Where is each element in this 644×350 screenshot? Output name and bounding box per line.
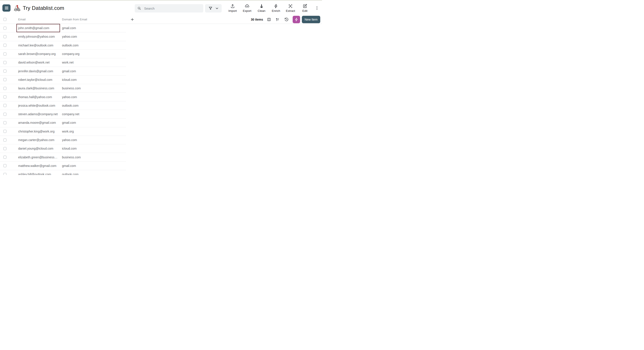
domain-cell[interactable]: company.net (60, 110, 126, 118)
menu-button[interactable] (2, 4, 10, 12)
clean-button[interactable]: Clean (256, 4, 268, 12)
row-checkbox[interactable] (3, 112, 6, 116)
domain-cell[interactable]: gmail.com (60, 118, 126, 127)
domain-cell[interactable]: gmail.com (60, 67, 126, 75)
email-cell[interactable]: elizabeth.green@business.c… (16, 153, 60, 161)
sort-icon[interactable] (275, 17, 280, 22)
row-checkbox[interactable] (3, 147, 6, 150)
row-checkbox[interactable] (3, 61, 6, 64)
toolbar-label: Edit (302, 9, 307, 12)
row-checkbox[interactable] (3, 104, 6, 107)
split-view-icon[interactable] (267, 17, 271, 22)
email-cell[interactable]: john.smith@gmail.com (16, 24, 60, 32)
table-row[interactable]: michael.lee@outlook.com outlook.com (0, 41, 126, 50)
table-row[interactable]: megan.carter@yahoo.com yahoo.com (0, 136, 126, 144)
email-cell[interactable]: michael.lee@outlook.com (16, 41, 60, 50)
column-header-domain[interactable]: Domain from Email (62, 15, 87, 24)
domain-cell[interactable]: gmail.com (60, 24, 126, 32)
row-checkbox[interactable] (3, 95, 6, 98)
email-cell[interactable]: christopher.king@work.org (16, 127, 60, 136)
email-cell[interactable]: jennifer.davis@gmail.com (16, 67, 60, 75)
email-value: jessica.white@outlook.com (18, 104, 55, 107)
table-row[interactable]: ashley.hill@outlook.com outlook.com (0, 170, 126, 175)
row-checkbox[interactable] (3, 35, 6, 38)
enrich-button[interactable]: Enrich (270, 4, 282, 12)
email-cell[interactable]: laura.clark@business.com (16, 84, 60, 92)
table-row[interactable]: robert.taylor@icloud.com icloud.com (0, 76, 126, 84)
email-cell[interactable]: sarah.brown@company.org (16, 50, 60, 58)
row-checkbox[interactable] (3, 44, 6, 47)
domain-cell[interactable]: business.com (60, 153, 126, 161)
email-cell[interactable]: daniel.young@icloud.com (16, 144, 60, 153)
row-checkbox[interactable] (3, 26, 6, 30)
email-cell[interactable]: david.wilson@work.net (16, 58, 60, 66)
domain-cell[interactable]: gmail.com (60, 162, 126, 170)
row-checkbox[interactable] (3, 70, 6, 73)
table-row[interactable]: daniel.young@icloud.com icloud.com (0, 144, 126, 153)
row-checkbox[interactable] (3, 173, 6, 175)
domain-cell[interactable]: work.org (60, 127, 126, 136)
add-column-button[interactable] (130, 17, 134, 22)
email-cell[interactable]: emily.johnson@yahoo.com (16, 32, 60, 41)
edit-button[interactable]: Edit (299, 4, 311, 12)
table-row[interactable]: christopher.king@work.org work.org (0, 127, 126, 136)
email-cell[interactable]: ashley.hill@outlook.com (16, 170, 60, 175)
domain-cell[interactable]: business.com (60, 84, 126, 92)
domain-value: yahoo.com (62, 138, 77, 142)
table-row[interactable]: john.smith@gmail.com gmail.com (0, 24, 126, 32)
table-row[interactable]: emily.johnson@yahoo.com yahoo.com (0, 32, 126, 41)
row-checkbox[interactable] (3, 130, 6, 133)
filter-button[interactable] (205, 4, 222, 12)
row-checkbox[interactable] (3, 78, 6, 81)
domain-cell[interactable]: yahoo.com (60, 136, 126, 144)
more-options-button[interactable] (315, 1, 319, 15)
column-header-email[interactable]: Email (18, 15, 26, 24)
row-checkbox[interactable] (3, 156, 6, 159)
import-button[interactable]: Import (227, 4, 238, 12)
domain-cell[interactable]: yahoo.com (60, 32, 126, 41)
row-checkbox[interactable] (3, 52, 6, 56)
domain-cell[interactable]: icloud.com (60, 76, 126, 84)
export-button[interactable]: Export (241, 4, 253, 12)
select-all-checkbox[interactable] (3, 18, 6, 21)
extract-button[interactable]: Extract (284, 4, 296, 12)
table-row[interactable]: laura.clark@business.com business.com (0, 84, 126, 93)
domain-value: gmail.com (62, 26, 76, 30)
domain-cell[interactable]: outlook.com (60, 170, 126, 175)
domain-cell[interactable]: outlook.com (60, 41, 126, 50)
table-row[interactable]: thomas.hall@yahoo.com yahoo.com (0, 93, 126, 101)
email-value: amanda.moore@gmail.com (18, 121, 56, 124)
domain-cell[interactable]: icloud.com (60, 144, 126, 153)
table-row[interactable]: amanda.moore@gmail.com gmail.com (0, 118, 126, 127)
table-row[interactable]: elizabeth.green@business.c… business.com (0, 153, 126, 162)
domain-cell[interactable]: work.net (60, 58, 126, 66)
row-checkbox[interactable] (3, 138, 6, 142)
domain-cell[interactable]: company.org (60, 50, 126, 58)
email-value: jennifer.davis@gmail.com (18, 70, 53, 73)
row-checkbox[interactable] (3, 164, 6, 167)
new-item-button[interactable]: New Item (302, 16, 320, 23)
automation-button[interactable] (293, 16, 300, 23)
row-checkbox[interactable] (3, 121, 6, 124)
table-row[interactable]: david.wilson@work.net work.net (0, 58, 126, 67)
table-row[interactable]: jennifer.davis@gmail.com gmail.com (0, 67, 126, 75)
table-row[interactable]: jessica.white@outlook.com outlook.com (0, 102, 126, 110)
row-checkbox[interactable] (3, 87, 6, 90)
domain-value: outlook.com (62, 44, 78, 47)
email-cell[interactable]: jessica.white@outlook.com (16, 102, 60, 110)
domain-cell[interactable]: yahoo.com (60, 93, 126, 101)
email-cell[interactable]: matthew.walker@gmail.com (16, 162, 60, 170)
domain-cell[interactable]: outlook.com (60, 102, 126, 110)
email-cell[interactable]: amanda.moore@gmail.com (16, 118, 60, 127)
email-cell[interactable]: thomas.hall@yahoo.com (16, 93, 60, 101)
table-row[interactable]: sarah.brown@company.org company.org (0, 50, 126, 58)
email-cell[interactable]: robert.taylor@icloud.com (16, 76, 60, 84)
history-icon[interactable] (284, 17, 289, 22)
row-checkbox-cell (0, 112, 16, 116)
email-cell[interactable]: steven.adams@company.net (16, 110, 60, 118)
search-input[interactable] (144, 6, 201, 10)
table-row[interactable]: steven.adams@company.net company.net (0, 110, 126, 118)
domain-value: outlook.com (62, 104, 78, 107)
email-cell[interactable]: megan.carter@yahoo.com (16, 136, 60, 144)
table-row[interactable]: matthew.walker@gmail.com gmail.com (0, 162, 126, 170)
